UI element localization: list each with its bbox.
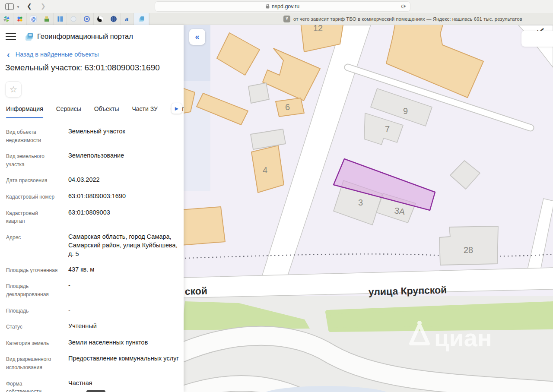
bookmark-pinwheel-icon[interactable] — [0, 13, 13, 25]
street-label-krupskoy: улица Крупской — [368, 284, 447, 297]
tab-title: от чего зависит тариф ТБО в коммерческий… — [293, 16, 522, 22]
field-row: Площадь уточненная437 кв. м — [6, 265, 179, 275]
map-canvas[interactable]: циан — [184, 25, 553, 392]
lock-icon — [266, 4, 270, 9]
building-label: 7 — [385, 124, 390, 134]
building-label: 9 — [403, 106, 408, 116]
building-label: 28 — [464, 245, 473, 255]
panel-tabs: Информация Сервисы Объекты Части ЗУ Сост… — [0, 105, 184, 118]
url-text: nspd.gov.ru — [272, 3, 299, 9]
bookmark-colored-dots-icon[interactable] — [13, 13, 27, 25]
field-row: Вид земельного участкаЗемлепользование — [6, 151, 179, 168]
tabs-scroll-right-button[interactable]: ▶ — [171, 103, 182, 114]
map-search-box[interactable] — [521, 31, 553, 47]
sidebar-toggle-icon[interactable] — [5, 3, 14, 10]
field-row: Вид разрешенного использованияПредоставл… — [6, 354, 179, 371]
chevron-down-icon[interactable]: ▼ — [16, 5, 20, 9]
building-label: 12 — [313, 25, 323, 33]
building-label: 6 — [285, 102, 290, 112]
bookmark-circle-icon[interactable] — [67, 13, 80, 25]
map-layers: циан — [184, 25, 553, 392]
favorite-star-button[interactable]: ☆ — [5, 81, 22, 98]
field-row: АдресСамарская область, город Самара, Са… — [6, 232, 179, 258]
menu-icon[interactable] — [6, 33, 16, 40]
scroll-indicator[interactable] — [86, 390, 105, 392]
svg-text:@: @ — [31, 16, 36, 22]
building-label: 4 — [263, 165, 267, 175]
field-row: Дата присвоения04.03.2022 — [6, 175, 179, 185]
svg-text:циан: циан — [434, 324, 492, 351]
field-row: Кадастровый номер63:01:0809003:1690 — [6, 192, 179, 201]
attributes-list: Вид объекта недвижимостиЗемельный участо… — [6, 127, 179, 392]
bookmark-at-icon[interactable]: @ — [27, 13, 40, 25]
bookmark-sphere-icon[interactable] — [94, 13, 107, 25]
info-panel: Геоинформационный портал ‹ Назад в найде… — [0, 25, 184, 392]
field-row: Категория земельЗемли населенных пунктов — [6, 338, 179, 348]
reload-icon[interactable]: ⟳ — [401, 3, 406, 10]
map-building[interactable] — [184, 207, 225, 245]
bookmark-target-icon[interactable] — [80, 13, 94, 25]
building-label: 3 — [358, 198, 363, 207]
star-icon: ☆ — [10, 84, 17, 95]
bookmark-letter-a-icon[interactable]: a — [121, 13, 134, 25]
back-to-results-link[interactable]: ‹ Назад в найденные объекты — [7, 51, 99, 58]
field-row: Кадастровый квартал63:01:0809003 — [6, 208, 179, 225]
field-row: Площадь- — [6, 306, 179, 315]
back-link-label: Назад в найденные объекты — [16, 51, 99, 58]
adjacent-browser-tab[interactable]: Y от чего зависит тариф ТБО в коммерческ… — [149, 13, 553, 25]
bookmark-building-icon[interactable] — [40, 13, 54, 25]
field-row: СтатусУчтенный — [6, 322, 179, 331]
field-row: Площадь декларированная- — [6, 281, 179, 298]
forward-button[interactable]: ❯ — [41, 3, 46, 9]
yandex-favicon: Y — [283, 16, 290, 22]
back-button[interactable]: ❮ — [27, 3, 32, 9]
app-title: Геоинформационный портал — [37, 32, 133, 41]
tab-geoportal-icon[interactable] — [134, 13, 149, 25]
bookmark-bars-icon[interactable] — [54, 13, 67, 25]
building-label: 3А — [394, 205, 406, 217]
geoportal-logo-icon — [25, 32, 34, 43]
svg-text:a: a — [125, 16, 129, 22]
browser-tab-strip: @ a Y от чего зависит тариф ТБО в коммер… — [0, 13, 553, 25]
tab-services[interactable]: Сервисы — [56, 105, 81, 118]
chevron-left-icon: ‹ — [7, 51, 10, 57]
tab-objects[interactable]: Объекты — [94, 105, 119, 118]
page-title: Земельный участок: 63:01:0809003:1690 — [5, 63, 160, 73]
bookmark-globe-icon[interactable] — [107, 13, 121, 25]
field-row: Вид объекта недвижимостиЗемельный участо… — [6, 127, 179, 144]
street-label-partial: ской — [184, 285, 207, 297]
browser-toolbar: ▼ ❮ ❯ nspd.gov.ru ⟳ — [0, 0, 553, 13]
tab-information[interactable]: Информация — [6, 105, 43, 118]
map-building[interactable] — [248, 83, 269, 103]
address-bar[interactable]: nspd.gov.ru ⟳ — [155, 1, 410, 12]
panel-collapse-button[interactable]: « — [189, 29, 205, 45]
tab-parts[interactable]: Части ЗУ — [132, 105, 157, 118]
